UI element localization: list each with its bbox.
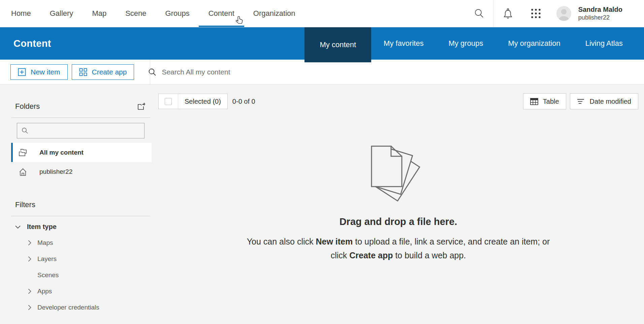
filters-heading: Filters [15, 200, 146, 209]
tab-living-atlas[interactable]: Living Atlas [573, 27, 635, 60]
nav-item-scene[interactable]: Scene [125, 0, 146, 27]
result-range-label: 0-0 of 0 [232, 98, 255, 105]
search-icon [22, 127, 28, 134]
nav-item-groups[interactable]: Groups [165, 0, 190, 27]
page-body: Folders [0, 85, 644, 324]
item-type-filter-list: Maps Layers Scenes [11, 235, 152, 316]
sort-descending-icon [577, 98, 585, 104]
primary-nav: Home Gallery Map Scene Groups Content Or… [11, 0, 295, 27]
top-nav: Home Gallery Map Scene Groups Content Or… [0, 0, 644, 27]
nav-item-content[interactable]: Content [208, 0, 234, 27]
chevron-down-icon [15, 225, 21, 229]
tab-my-groups[interactable]: My groups [436, 27, 496, 60]
new-item-button[interactable]: New item [10, 64, 68, 80]
nav-utilities: Sandra Maldo publisher22 [474, 0, 622, 27]
filter-item-maps[interactable]: Maps [11, 235, 152, 251]
select-all-checkbox[interactable] [165, 98, 172, 105]
empty-state-title: Drag and drop a file here. [158, 216, 638, 227]
document-stack-graphic [369, 144, 428, 203]
sidebar: Folders [0, 85, 152, 324]
folder-label: All my content [39, 149, 84, 156]
content-toolbar: New item Create app [0, 60, 644, 85]
create-app-button[interactable]: Create app [72, 64, 134, 80]
content-search-input[interactable] [162, 68, 431, 76]
folder-label: publisher22 [39, 168, 72, 175]
tab-my-favorites[interactable]: My favorites [371, 27, 436, 60]
table-view-button[interactable]: Table [523, 93, 566, 109]
sort-button-label: Date modified [590, 98, 631, 105]
app-squares-icon [79, 68, 87, 76]
drop-zone-empty-state[interactable]: Drag and drop a file here. You can also … [158, 144, 638, 262]
folder-item-all-my-content[interactable]: All my content [11, 143, 152, 162]
nav-item-home[interactable]: Home [11, 0, 31, 27]
table-view-label: Table [543, 98, 559, 105]
action-bar: Selected (0) 0-0 of 0 Table [158, 93, 638, 109]
selection-control: Selected (0) [158, 94, 228, 109]
filter-group-item-type[interactable]: Item type [11, 223, 152, 231]
nav-item-gallery[interactable]: Gallery [50, 0, 73, 27]
folders-header: Folders [15, 102, 146, 111]
filter-item-label: Maps [37, 239, 53, 247]
folders-stack-icon [18, 148, 27, 157]
chevron-right-icon [28, 289, 31, 294]
arcgis-content-page: Home Gallery Map Scene Groups Content Or… [0, 0, 644, 324]
home-folder-icon [18, 167, 27, 176]
sort-date-modified-button[interactable]: Date modified [570, 93, 638, 109]
content-banner: Content My content My favorites My group… [0, 27, 644, 60]
filter-item-label: Layers [37, 255, 57, 263]
table-icon [530, 98, 538, 105]
tab-my-organization[interactable]: My organization [495, 27, 573, 60]
nav-divider [493, 0, 493, 27]
folder-item-publisher22[interactable]: publisher22 [11, 162, 152, 181]
folder-search-box [17, 123, 144, 138]
chevron-right-icon [28, 256, 31, 262]
filter-item-apps[interactable]: Apps [11, 283, 152, 299]
folders-divider [11, 118, 150, 118]
user-menu[interactable]: Sandra Maldo publisher22 [578, 5, 622, 22]
user-avatar[interactable] [556, 6, 571, 21]
folders-heading: Folders [15, 102, 40, 111]
filters-divider [11, 216, 150, 216]
filter-item-scenes[interactable]: Scenes [11, 267, 152, 283]
user-name: Sandra Maldo [578, 5, 622, 14]
filter-item-label: Developer credentials [37, 304, 99, 311]
content-tabs: My content My favorites My groups My org… [304, 27, 635, 62]
new-folder-icon[interactable] [137, 102, 146, 110]
filter-item-layers[interactable]: Layers [11, 251, 152, 267]
empty-state-instructions: You can also click New item to upload a … [244, 235, 553, 262]
chevron-right-icon [28, 305, 31, 310]
chevron-right-icon [28, 240, 31, 246]
app-launcher-icon[interactable] [530, 8, 541, 19]
filter-item-label: Scenes [37, 271, 59, 279]
filter-group-label: Item type [27, 223, 57, 231]
nav-item-map[interactable]: Map [92, 0, 106, 27]
notifications-bell-icon[interactable] [503, 8, 513, 19]
selected-count-button[interactable]: Selected (0) [178, 94, 227, 109]
content-panel: Selected (0) 0-0 of 0 Table [152, 85, 644, 324]
filter-item-developer-credentials[interactable]: Developer credentials [11, 299, 152, 316]
plus-square-icon [18, 68, 26, 76]
nav-item-organization[interactable]: Organization [253, 0, 295, 27]
tab-my-content[interactable]: My content [304, 27, 371, 62]
new-item-label: New item [31, 68, 60, 76]
toolbar-divider [150, 60, 150, 84]
select-all-checkbox-cell[interactable] [159, 94, 178, 109]
user-username: publisher22 [578, 14, 622, 22]
filter-item-label: Apps [37, 288, 52, 295]
folder-list: All my content publisher22 [11, 143, 152, 181]
search-icon[interactable] [474, 8, 484, 19]
create-app-label: Create app [92, 68, 127, 76]
folder-search-input[interactable] [32, 127, 140, 134]
page-title: Content [13, 38, 51, 49]
content-search [148, 68, 644, 76]
